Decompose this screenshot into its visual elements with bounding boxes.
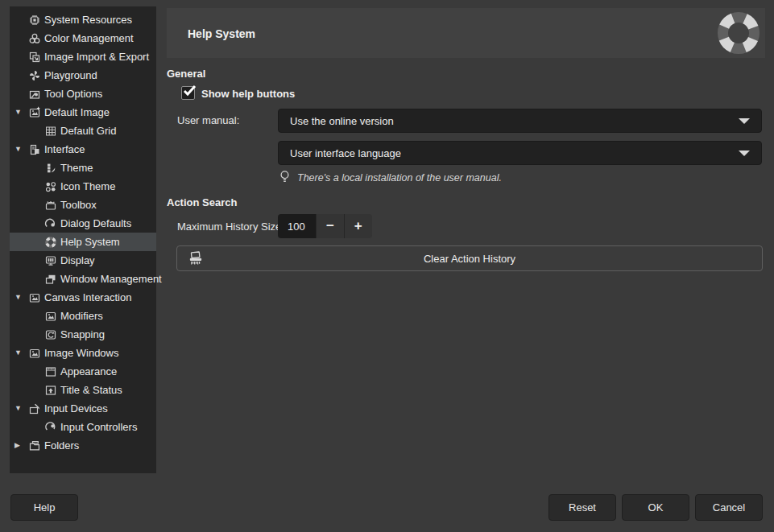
reset-button[interactable]: Reset bbox=[548, 494, 616, 521]
decrement-button[interactable]: − bbox=[316, 214, 343, 238]
max-history-size-input[interactable]: 100 bbox=[278, 214, 316, 238]
window-arrow-icon bbox=[44, 384, 57, 397]
show-help-buttons-checkbox[interactable] bbox=[181, 86, 195, 100]
sidebar-item-color-management[interactable]: Color Management bbox=[10, 29, 156, 47]
chevron-down-icon bbox=[739, 151, 750, 156]
sidebar-item-default-image[interactable]: ▼Default Image bbox=[10, 103, 156, 122]
sidebar-item-label: Snapping bbox=[60, 328, 105, 340]
page-header: Help System bbox=[167, 8, 765, 58]
window-ruler-icon bbox=[44, 365, 57, 378]
sidebar-item-image-windows[interactable]: ▼Image Windows bbox=[10, 344, 156, 362]
color-circles-icon bbox=[28, 32, 41, 45]
monitor-icon bbox=[44, 254, 57, 267]
help-button[interactable]: Help bbox=[10, 494, 78, 521]
sidebar-item-default-grid[interactable]: Default Grid bbox=[10, 122, 156, 140]
image-star-icon bbox=[28, 106, 41, 119]
sidebar-item-label: Playground bbox=[44, 69, 97, 81]
swatches-icon bbox=[44, 162, 57, 175]
expander-open-icon[interactable]: ▼ bbox=[14, 140, 28, 159]
max-history-size-spinner: 100 − + bbox=[278, 214, 372, 238]
expander-open-icon[interactable]: ▼ bbox=[14, 344, 28, 362]
sidebar-item-label: System Resources bbox=[44, 14, 132, 26]
image-icon bbox=[28, 291, 41, 304]
chevron-down-icon bbox=[739, 118, 750, 124]
manual-language-selected-value: User interface language bbox=[290, 147, 739, 159]
manual-language-dropdown[interactable]: User interface language bbox=[278, 141, 762, 165]
sidebar-item-canvas-interaction[interactable]: ▼Canvas Interaction bbox=[10, 288, 156, 307]
sidebar-item-label: Toolbox bbox=[60, 199, 97, 211]
sidebar-item-appearance[interactable]: Appearance bbox=[10, 362, 156, 381]
sidebar-item-dialog-defaults[interactable]: Dialog Defaults bbox=[10, 214, 156, 233]
import-export-icon bbox=[28, 51, 41, 64]
sidebar-item-input-devices[interactable]: ▼Input Devices bbox=[10, 399, 156, 418]
show-help-buttons-label: Show help buttons bbox=[201, 88, 295, 100]
expander-closed-icon[interactable]: ▶ bbox=[14, 436, 28, 455]
sidebar-item-theme[interactable]: Theme bbox=[10, 159, 156, 177]
expander-open-icon[interactable]: ▼ bbox=[14, 288, 28, 307]
sidebar-item-display[interactable]: Display bbox=[10, 251, 156, 270]
max-history-size-label: Maximum History Size: bbox=[177, 221, 284, 233]
minus-icon: − bbox=[326, 218, 334, 234]
sidebar-tree: System ResourcesColor ManagementImage Im… bbox=[10, 6, 156, 473]
cancel-button[interactable]: Cancel bbox=[695, 494, 763, 521]
lifebuoy-icon bbox=[44, 236, 57, 249]
sidebar-item-label: Image Import & Export bbox=[44, 51, 149, 63]
plus-icon: + bbox=[354, 218, 362, 234]
sidebar-item-tool-options[interactable]: Tool Options bbox=[10, 85, 156, 103]
sidebar-item-help-system[interactable]: Help System bbox=[10, 233, 156, 251]
sidebar-item-window-management[interactable]: Window Management bbox=[10, 270, 156, 288]
expander-open-icon[interactable]: ▼ bbox=[14, 103, 28, 122]
toolbox-icon bbox=[44, 199, 57, 212]
window-stack-icon bbox=[28, 143, 41, 156]
sidebar-item-modifiers[interactable]: Modifiers bbox=[10, 307, 156, 325]
user-manual-dropdown[interactable]: Use the online version bbox=[278, 109, 762, 133]
ok-button[interactable]: OK bbox=[622, 494, 689, 521]
sidebar-item-label: Window Management bbox=[60, 273, 162, 285]
checkmark-icon bbox=[182, 84, 198, 98]
sidebar-item-interface[interactable]: ▼Interface bbox=[10, 140, 156, 159]
expander-open-icon[interactable]: ▼ bbox=[14, 399, 28, 418]
image-icon bbox=[28, 347, 41, 360]
sidebar-item-toolbox[interactable]: Toolbox bbox=[10, 196, 156, 214]
sidebar-item-label: Tool Options bbox=[44, 88, 102, 100]
ok-button-label: OK bbox=[648, 501, 664, 513]
smiley-grid-icon bbox=[44, 180, 57, 193]
clear-action-history-label: Clear Action History bbox=[424, 253, 515, 265]
lightbulb-icon bbox=[279, 170, 291, 185]
sidebar-item-label: Input Devices bbox=[44, 402, 108, 414]
sidebar-item-label: Interface bbox=[44, 143, 85, 155]
sidebar-item-label: Color Management bbox=[44, 32, 134, 44]
sidebar-item-image-import-export[interactable]: Image Import & Export bbox=[10, 47, 156, 66]
sidebar-item-label: Default Image bbox=[44, 106, 110, 118]
sidebar-item-input-controllers[interactable]: Input Controllers bbox=[10, 418, 156, 436]
reset-button-label: Reset bbox=[569, 501, 596, 513]
sidebar-item-title-status[interactable]: Title & Status bbox=[10, 381, 156, 399]
tool-icon bbox=[28, 88, 41, 101]
sidebar-item-label: Default Grid bbox=[60, 125, 116, 137]
sidebar-item-label: Help System bbox=[60, 236, 120, 248]
sidebar-item-system-resources[interactable]: System Resources bbox=[10, 10, 156, 29]
sidebar-item-label: Canvas Interaction bbox=[44, 291, 131, 303]
help-button-label: Help bbox=[34, 501, 56, 513]
sidebar-item-label: Display bbox=[60, 254, 95, 266]
cascade-icon bbox=[44, 273, 57, 286]
snap-icon bbox=[44, 328, 57, 341]
grid-icon bbox=[44, 125, 57, 138]
sidebar-item-playground[interactable]: Playground bbox=[10, 66, 156, 85]
sidebar-item-label: Title & Status bbox=[60, 384, 122, 396]
sidebar-item-label: Theme bbox=[60, 162, 93, 174]
sidebar-item-snapping[interactable]: Snapping bbox=[10, 325, 156, 344]
tablet-pen-icon bbox=[28, 402, 41, 415]
sidebar-item-icon-theme[interactable]: Icon Theme bbox=[10, 177, 156, 196]
user-manual-selected-value: Use the online version bbox=[290, 115, 739, 127]
cancel-button-label: Cancel bbox=[713, 501, 745, 513]
user-manual-label: User manual: bbox=[177, 114, 239, 126]
gauge-icon bbox=[44, 217, 57, 230]
sidebar-item-folders[interactable]: ▶Folders bbox=[10, 436, 156, 455]
sidebar-item-label: Modifiers bbox=[60, 310, 103, 322]
increment-button[interactable]: + bbox=[344, 214, 372, 238]
manual-hint-row: There's a local installation of the user… bbox=[279, 170, 502, 185]
clear-action-history-button[interactable]: Clear Action History bbox=[176, 245, 763, 271]
shredder-icon bbox=[187, 250, 205, 268]
folder-icon bbox=[28, 439, 41, 452]
